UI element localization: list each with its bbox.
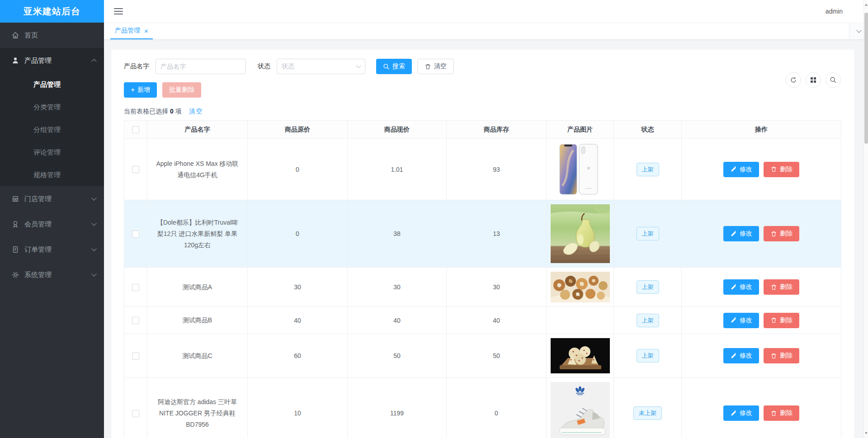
selection-info: 当前表格已选择0项 清空 xyxy=(124,108,842,116)
row-checkbox[interactable] xyxy=(132,284,139,291)
table-row: 测试商品B 40 40 40 上架 修改 删除 xyxy=(124,307,841,334)
edit-button[interactable]: 修改 xyxy=(723,405,759,421)
clear-selection-link[interactable]: 清空 xyxy=(189,108,203,116)
product-image-cell xyxy=(547,139,614,200)
hamburger-menu-icon[interactable] xyxy=(114,6,123,16)
chevron-down-icon xyxy=(91,221,96,226)
current-price: 1199 xyxy=(348,378,447,438)
top-header: admin xyxy=(104,0,868,23)
search-button[interactable]: 搜索 xyxy=(376,59,412,74)
sidebar-subitem-category-management[interactable]: 分类管理 xyxy=(0,96,104,118)
sidebar: 亚米建站后台 首页 产品管理 产品管理 分类管理 分组管理 评论管理 规格管理 … xyxy=(0,0,104,438)
sidebar-item-label: 会员管理 xyxy=(24,220,92,229)
sidebar-group-products: 产品管理 产品管理 分类管理 分组管理 评论管理 规格管理 xyxy=(0,48,104,186)
sidebar-item-member-management[interactable]: 会员管理 xyxy=(0,212,104,237)
order-icon xyxy=(11,245,20,254)
sidebar-subitem-group-management[interactable]: 分组管理 xyxy=(0,118,104,141)
chevron-up-icon xyxy=(91,59,96,64)
original-price: 0 xyxy=(248,139,348,200)
edit-button[interactable]: 修改 xyxy=(723,313,759,328)
row-checkbox[interactable] xyxy=(132,166,139,173)
original-price: 0 xyxy=(248,200,348,268)
edit-button[interactable]: 修改 xyxy=(723,162,759,177)
product-image-cell xyxy=(547,378,614,438)
original-price: 40 xyxy=(248,307,348,334)
user-icon xyxy=(11,56,20,65)
product-image-cell xyxy=(547,307,614,334)
chevron-down-icon xyxy=(91,271,96,276)
gear-icon xyxy=(11,270,20,279)
selection-count: 0 xyxy=(170,108,174,115)
sidebar-subitem-comment-management[interactable]: 评论管理 xyxy=(0,141,104,164)
edit-icon xyxy=(730,166,737,173)
product-image-cell xyxy=(547,334,614,378)
tab-close-icon[interactable]: × xyxy=(144,27,148,35)
grid-icon xyxy=(810,77,816,83)
refresh-button[interactable] xyxy=(786,72,801,88)
product-name: 阿迪达斯官方 adidas 三叶草 NITE JOGGER 男子经典鞋BD795… xyxy=(147,378,248,438)
col-header-image: 产品图片 xyxy=(547,121,614,139)
tab-product-management[interactable]: 产品管理 × xyxy=(110,23,153,39)
sidebar-item-home[interactable]: 首页 xyxy=(0,23,104,48)
original-price: 60 xyxy=(248,334,348,378)
col-header-actions: 操作 xyxy=(682,121,841,139)
trash-icon xyxy=(770,166,777,173)
sidebar-item-product-management[interactable]: 产品管理 xyxy=(0,48,104,73)
zoom-search-button[interactable] xyxy=(826,72,841,88)
sidebar-item-order-management[interactable]: 订单管理 xyxy=(0,237,104,262)
table-header-row: 产品名字 商品原价 商品现价 商品库存 产品图片 状态 操作 xyxy=(124,121,841,139)
sidebar-item-store-management[interactable]: 门店管理 xyxy=(0,186,104,212)
col-header-status: 状态 xyxy=(614,121,682,139)
product-name-input[interactable] xyxy=(156,59,246,74)
scrollbar-thumb[interactable] xyxy=(864,13,868,144)
cookies-product-photo xyxy=(551,338,610,373)
page-scrollbar[interactable] xyxy=(863,0,868,438)
stock: 50 xyxy=(447,334,547,378)
batch-delete-button[interactable]: 批量删除 xyxy=(162,82,201,98)
delete-button[interactable]: 删除 xyxy=(764,348,799,363)
sidebar-item-label: 订单管理 xyxy=(24,245,92,254)
scroll-up-arrow[interactable] xyxy=(865,4,868,6)
col-header-stock: 商品库存 xyxy=(447,121,547,139)
original-price: 10 xyxy=(248,378,348,438)
table-tools xyxy=(786,72,841,88)
sidebar-item-system-management[interactable]: 系统管理 xyxy=(0,262,104,287)
pear-product-photo xyxy=(551,204,610,263)
clear-filters-button[interactable]: 清空 xyxy=(417,59,454,74)
delete-button[interactable]: 删除 xyxy=(764,279,799,295)
add-button[interactable]: + 新增 xyxy=(124,82,157,98)
delete-button[interactable]: 删除 xyxy=(764,405,799,421)
row-checkbox[interactable] xyxy=(132,410,139,417)
status-badge: 上架 xyxy=(637,163,659,176)
row-checkbox[interactable] xyxy=(132,231,139,238)
delete-button[interactable]: 删除 xyxy=(764,313,799,328)
user-menu[interactable]: admin xyxy=(823,8,845,15)
trash-icon xyxy=(425,63,431,70)
row-checkbox[interactable] xyxy=(132,317,139,324)
edit-button[interactable]: 修改 xyxy=(723,279,759,295)
member-icon xyxy=(11,220,20,229)
trash-icon xyxy=(770,284,777,291)
delete-button[interactable]: 删除 xyxy=(764,162,799,177)
stock: 13 xyxy=(447,200,547,268)
product-name-label: 产品名字 xyxy=(124,62,149,71)
trash-icon xyxy=(770,231,777,237)
app-logo: 亚米建站后台 xyxy=(0,0,104,23)
status-select[interactable]: 状态 xyxy=(277,59,365,74)
sidebar-subitem-product-management[interactable]: 产品管理 xyxy=(0,73,104,96)
tab-bar: 产品管理 × xyxy=(104,23,868,40)
edit-icon xyxy=(730,284,737,291)
home-icon xyxy=(11,31,20,40)
product-table: 产品名字 商品原价 商品现价 商品库存 产品图片 状态 操作 Apple iPh… xyxy=(124,120,841,438)
row-checkbox[interactable] xyxy=(132,353,139,360)
columns-button[interactable] xyxy=(806,72,821,88)
select-all-checkbox[interactable] xyxy=(132,126,139,133)
edit-icon xyxy=(730,317,737,324)
product-name: 测试商品C xyxy=(147,334,248,378)
iphone-product-photo xyxy=(551,143,610,196)
scroll-down-arrow[interactable] xyxy=(865,432,868,434)
delete-button[interactable]: 删除 xyxy=(764,226,799,241)
edit-button[interactable]: 修改 xyxy=(723,226,759,241)
sidebar-subitem-spec-management[interactable]: 规格管理 xyxy=(0,164,104,186)
edit-button[interactable]: 修改 xyxy=(723,348,759,363)
